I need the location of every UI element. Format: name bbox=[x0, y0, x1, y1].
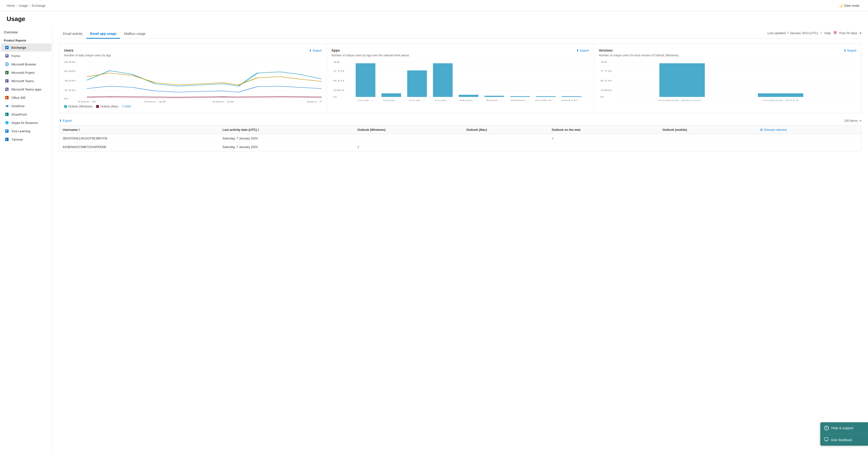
sharepoint-icon: S bbox=[5, 112, 9, 116]
sidebar-item-overview[interactable]: Overview bbox=[0, 28, 52, 36]
col-header-outlook-mobile: Outlook (mobile) bbox=[659, 125, 757, 134]
svg-text:Dec 9: Dec 9 bbox=[78, 100, 96, 103]
legend-outlook-windows[interactable]: Outlook (Windows) bbox=[64, 105, 92, 108]
svg-text:Y: Y bbox=[6, 139, 7, 141]
sidebar-item-microsoft-teams[interactable]: T Microsoft Teams bbox=[1, 77, 51, 85]
chart-apps-header: Apps ⬇ Export bbox=[332, 49, 589, 52]
sidebar-item-teams-apps-label: Microsoft Teams apps bbox=[11, 88, 41, 91]
tab-email-app-usage[interactable]: Email app usage bbox=[86, 29, 120, 39]
cell-activity-2: Saturday, 7 January 2023 bbox=[219, 143, 354, 151]
svg-text:770: 770 bbox=[600, 70, 612, 72]
svg-point-10 bbox=[6, 88, 7, 89]
breadcrumb-home[interactable]: Home bbox=[7, 4, 15, 7]
main-content: Email activity Email app usage Mailbox u… bbox=[53, 25, 868, 456]
apps-export-button[interactable]: ⬇ Export bbox=[576, 49, 589, 52]
period-selector[interactable]: Past 30 days bbox=[839, 31, 857, 35]
svg-rect-45 bbox=[356, 63, 376, 97]
floating-action-panel: ? Help & support Give feedback bbox=[820, 422, 868, 446]
give-feedback-button[interactable]: Give feedback bbox=[820, 434, 868, 446]
columns-icon: ⊞ bbox=[760, 128, 763, 132]
chevron-down-icon[interactable]: ▾ bbox=[860, 31, 861, 35]
sidebar-item-onedrive-label: OneDrive bbox=[11, 104, 25, 108]
chart-apps: Apps ⬇ Export Number of unique users by … bbox=[327, 44, 594, 113]
sidebar-item-teams-apps[interactable]: Microsoft Teams apps bbox=[1, 85, 51, 93]
sidebar-item-microsoft-project[interactable]: P Microsoft Project bbox=[1, 68, 51, 77]
svg-point-11 bbox=[7, 89, 8, 90]
table-count-text: 100 items bbox=[844, 119, 858, 122]
forms-icon bbox=[5, 54, 9, 58]
cell-mac-2 bbox=[463, 143, 549, 151]
sidebar-item-skype[interactable]: S Skype for Business bbox=[1, 119, 51, 127]
breadcrumb-current: Exchange bbox=[32, 4, 45, 7]
col-activity-info-icon[interactable]: ℹ bbox=[258, 128, 259, 132]
sidebar-section-label: Product Reports bbox=[0, 36, 52, 43]
table-list-icon: ≡ bbox=[860, 119, 861, 122]
sidebar-item-yammer-label: Yammer bbox=[11, 138, 23, 141]
versions-export-button[interactable]: ⬇ Export bbox=[844, 49, 856, 52]
legend-label-mac: Outlook (Mac) bbox=[100, 105, 118, 108]
data-table: Username ℹ Last activity date (UTC) ℹ Ou… bbox=[59, 125, 861, 151]
teams-apps-icon bbox=[5, 87, 9, 91]
sidebar-item-exchange[interactable]: Exchange bbox=[1, 44, 51, 52]
tab-mailbox-usage[interactable]: Mailbox usage bbox=[120, 29, 149, 39]
help-button[interactable]: Help bbox=[824, 31, 831, 35]
charts-grid: Users ⬇ Export Number of daily unique us… bbox=[59, 44, 861, 113]
table-toolbar: ⬇ Export 100 items ≡ bbox=[59, 119, 861, 122]
dark-mode-button[interactable]: 🌙 Dark mode bbox=[837, 3, 861, 8]
col-header-outlook-web: Outlook on the web bbox=[549, 125, 659, 134]
sidebar-item-sharepoint[interactable]: S SharePoint bbox=[1, 110, 51, 118]
col-mac-label: Outlook (Mac) bbox=[466, 128, 487, 132]
svg-text:S: S bbox=[6, 113, 7, 116]
svg-text:Jan 7: Jan 7 bbox=[306, 100, 322, 103]
table-export-label: Export bbox=[63, 119, 72, 122]
sidebar-item-yammer[interactable]: Y Yammer bbox=[1, 135, 51, 143]
sidebar-item-teams-label: Microsoft Teams bbox=[11, 79, 34, 83]
choose-columns-button[interactable]: ⊞ Choose columns bbox=[760, 128, 787, 132]
chart-versions-title: Versions bbox=[599, 49, 613, 52]
chart-versions-area: 1k 770 510 260 0 bbox=[599, 60, 856, 103]
legend-dot-windows bbox=[64, 105, 67, 108]
svg-text:260: 260 bbox=[600, 89, 612, 91]
sidebar-item-onedrive[interactable]: OneDrive bbox=[1, 102, 51, 110]
users-export-button[interactable]: ⬇ Export bbox=[309, 49, 322, 52]
tab-meta: Last updated: 7 January 2023 (UTC) ? Hel… bbox=[768, 31, 861, 37]
svg-text:Mail...: Mail... bbox=[486, 99, 502, 102]
chart-versions: Versions ⬇ Export Number of unique users… bbox=[594, 44, 861, 113]
col-username-info-icon[interactable]: ℹ bbox=[79, 128, 80, 132]
table-row: 3DC67DAE1351ACF5E3B57CB Saturday, 7 Janu… bbox=[59, 134, 861, 143]
sidebar-item-forms[interactable]: Forms bbox=[1, 52, 51, 60]
table-count-area: 100 items ≡ bbox=[844, 119, 861, 122]
svg-text:630: 630 bbox=[64, 70, 75, 72]
legend-more-label: 7 more bbox=[122, 105, 131, 108]
sidebar-item-browser-label: Microsoft Browser bbox=[11, 62, 36, 66]
col-username-label: Username bbox=[63, 128, 78, 132]
cell-mobile-1 bbox=[659, 134, 757, 143]
chart-apps-subtitle: Number of unique users by app over the s… bbox=[332, 54, 589, 57]
help-support-button[interactable]: ? Help & support bbox=[820, 422, 868, 434]
chart-versions-header: Versions ⬇ Export bbox=[599, 49, 856, 52]
svg-rect-47 bbox=[407, 70, 427, 97]
tab-email-activity[interactable]: Email activity bbox=[59, 29, 86, 39]
svg-text:420: 420 bbox=[64, 80, 75, 82]
sidebar-item-viva-learning[interactable]: Viva Learning bbox=[1, 127, 51, 135]
legend-outlook-mac[interactable]: Outlook (Mac) bbox=[96, 105, 118, 108]
table-export-button[interactable]: ⬇ Export bbox=[59, 119, 72, 122]
svg-text:0: 0 bbox=[600, 96, 604, 98]
sidebar-item-microsoft-browser[interactable]: Microsoft Browser bbox=[1, 60, 51, 68]
svg-text:S: S bbox=[6, 122, 7, 124]
download-icon: ⬇ bbox=[309, 49, 312, 52]
sidebar-item-project-label: Microsoft Project bbox=[11, 71, 35, 75]
choose-columns-label: Choose columns bbox=[764, 128, 787, 132]
legend-more[interactable]: 7 more bbox=[122, 105, 131, 108]
chart-users-title: Users bbox=[64, 49, 73, 52]
cell-web-1: √ bbox=[549, 134, 659, 143]
sidebar-item-office-365[interactable]: O Office 365 bbox=[1, 93, 51, 102]
data-table-wrapper: Username ℹ Last activity date (UTC) ℹ Ou… bbox=[59, 125, 861, 151]
cell-extra-2 bbox=[757, 143, 861, 151]
table-row: 91DBA6ACC58B7CDA6FDD08 Saturday, 7 Janua… bbox=[59, 143, 861, 151]
cell-extra-1 bbox=[757, 134, 861, 143]
svg-rect-73 bbox=[659, 63, 705, 97]
sidebar-item-sharepoint-label: SharePoint bbox=[11, 113, 27, 116]
yammer-icon: Y bbox=[5, 137, 9, 142]
breadcrumb-usage[interactable]: Usage bbox=[19, 4, 28, 7]
